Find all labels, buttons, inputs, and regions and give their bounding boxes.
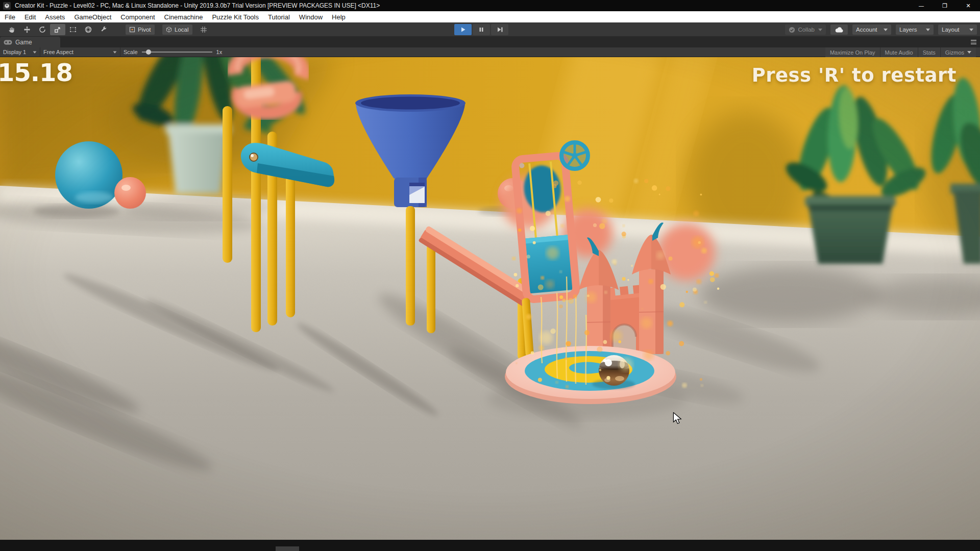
restart-hint: Press 'R' to restart [752,64,957,86]
menu-window[interactable]: Window [295,11,327,22]
play-controls [454,24,508,35]
account-label: Account [856,27,877,33]
step-icon [497,27,503,33]
game-viewport[interactable]: 15.18 Press 'R' to restart [0,57,980,540]
cube-icon [166,27,172,33]
game-timer: 15.18 [0,58,72,87]
cloud-icon [835,27,844,33]
grid-snap-button[interactable] [197,24,210,35]
vignette [0,57,980,540]
custom-tool-button[interactable] [96,24,111,35]
menu-help[interactable]: Help [327,11,350,22]
game-tab-label: Game [15,39,32,46]
play-icon [460,27,466,33]
mute-audio-label: Mute Audio [885,49,913,56]
move-icon [23,26,31,34]
gizmos-label: Gizmos [945,49,964,56]
menu-component[interactable]: Component [116,11,159,22]
rotate-icon [38,26,46,34]
cloud-services-button[interactable] [830,24,848,35]
local-toggle-button[interactable]: Local [162,24,192,35]
chevron-down-icon [818,29,822,31]
play-button[interactable] [454,24,472,35]
pause-icon [478,27,484,33]
collab-label: Collab [798,27,815,33]
unity-logo-icon [3,2,11,10]
game-view-toolbar: Display 1 Free Aspect Scale 1x Maximize … [0,47,980,57]
wrench-icon [100,26,108,34]
maximize-on-play-label: Maximize On Play [830,49,875,56]
chevron-down-icon [884,29,888,31]
local-label: Local [175,27,189,33]
pause-button[interactable] [473,24,490,35]
move-tool-button[interactable] [19,24,35,35]
scale-label: Scale [124,49,138,55]
editor-toolbar: Pivot Local Collab [0,22,980,37]
close-button[interactable]: ✕ [957,0,980,11]
menu-file[interactable]: File [0,11,20,22]
chevron-down-icon [33,51,37,53]
scale-slider[interactable] [142,52,212,53]
restore-button[interactable]: ❐ [933,0,957,11]
minimize-button[interactable]: — [910,0,933,11]
menu-assets[interactable]: Assets [40,11,69,22]
layers-label: Layers [899,27,917,33]
aspect-dropdown[interactable]: Free Aspect [40,47,120,57]
tab-strip: Game [0,37,980,47]
title-bar: Creator Kit - Puzzle - Level02 - PC, Mac… [0,0,980,11]
account-dropdown[interactable]: Account [852,24,891,35]
grid-icon [200,26,207,33]
pane-menu-icon[interactable] [971,40,976,44]
layout-dropdown[interactable]: Layout [938,24,977,35]
menu-gameobject[interactable]: GameObject [69,11,116,22]
stats-toggle[interactable]: Stats [918,47,940,57]
transform-tool-button[interactable] [81,24,96,35]
layout-label: Layout [942,27,960,33]
menu-tutorial[interactable]: Tutorial [263,11,295,22]
hand-icon [8,26,16,34]
chevron-down-icon [113,51,117,53]
stats-label: Stats [923,49,936,56]
scale-tool-button[interactable] [50,24,65,35]
chevron-down-icon [969,29,973,31]
layers-dropdown[interactable]: Layers [896,24,934,35]
display-dropdown[interactable]: Display 1 [0,47,40,57]
mouse-cursor [672,412,683,424]
restore-icon: ❐ [942,3,947,9]
display-label: Display 1 [3,49,26,55]
chevron-down-icon [926,29,930,31]
window-title: Creator Kit - Puzzle - Level02 - PC, Mac… [15,2,380,9]
unity-editor-window: Creator Kit - Puzzle - Level02 - PC, Mac… [0,0,980,551]
close-icon: ✕ [966,3,970,9]
rect-tool-button[interactable] [65,24,81,35]
pivot-toggle-button[interactable]: Pivot [126,24,155,35]
game-view-toggles: Maximize On Play Mute Audio Stats Gizmos [825,47,976,57]
bottom-status-bar [0,540,980,551]
aspect-label: Free Aspect [43,49,74,55]
collab-icon [789,27,795,33]
toolbar-right-group: Collab Account Layers Layout [785,24,977,35]
rotate-tool-button[interactable] [35,24,50,35]
status-bar-segment [276,546,299,551]
scale-value: 1x [216,49,223,55]
transform-icon [84,26,92,34]
menu-puzzle-kit-tools[interactable]: Puzzle Kit Tools [207,11,263,22]
game-scene [0,57,980,540]
hand-tool-button[interactable] [4,24,19,35]
rect-tool-icon [69,26,77,34]
menu-cinemachine[interactable]: Cinemachine [160,11,208,22]
scale-slider-knob[interactable] [146,49,151,55]
menu-bar: File Edit Assets GameObject Component Ci… [0,11,980,22]
game-view-tab[interactable]: Game [0,37,60,47]
maximize-on-play-toggle[interactable]: Maximize On Play [825,47,880,57]
chevron-down-icon [967,51,971,54]
scale-icon [54,26,62,34]
collab-dropdown[interactable]: Collab [785,24,826,35]
mute-audio-toggle[interactable]: Mute Audio [880,47,918,57]
pivot-label: Pivot [138,27,151,33]
menu-edit[interactable]: Edit [20,11,40,22]
step-button[interactable] [491,24,508,35]
minimize-icon: — [919,3,924,9]
gamepad-icon [4,40,12,45]
gizmos-dropdown[interactable]: Gizmos [941,47,976,57]
